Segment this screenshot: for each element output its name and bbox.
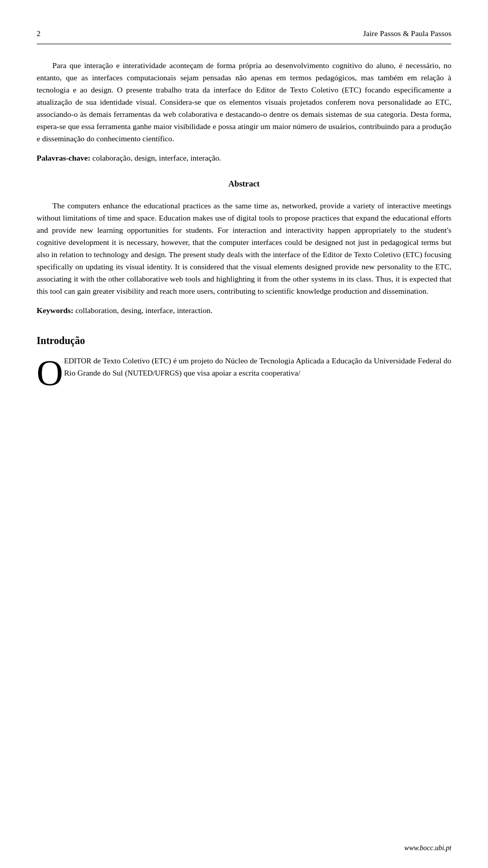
footer-url[interactable]: www.bocc.ubi.pt (404, 843, 451, 854)
portuguese-intro-paragraph: Para que interação e interatividade acon… (37, 59, 451, 145)
keywords-value-pt: colaboração, design, interface, interaçã… (90, 153, 221, 162)
main-content: Para que interação e interatividade acon… (37, 59, 451, 387)
drop-cap-letter: O (37, 359, 63, 387)
etc-abbr-intro: ETC (155, 357, 169, 365)
intro-drop-cap-paragraph: OEDITOR de Texto Coletivo (ETC) é um pro… (37, 355, 451, 387)
abstract-paragraph: The computers enhance the educational pr… (37, 200, 451, 297)
footer-url-text: www.bocc.ubi.pt (404, 844, 451, 852)
page: 2 Jaire Passos & Paula Passos Para que i… (0, 0, 488, 868)
etc-abbr-2: ETC (435, 98, 449, 106)
etc-abbr-1: ETC (345, 86, 359, 94)
keywords-label-en: Keywords: (37, 306, 73, 315)
etc-abbr-en-2: ETC (435, 263, 449, 271)
etc-abbr-en-1: ETC (406, 251, 420, 259)
editor-smallcaps: EDITOR (64, 357, 92, 365)
keywords-value-en: collaboration, desing, interface, intera… (73, 306, 212, 315)
header-authors: Jaire Passos & Paula Passos (363, 27, 451, 40)
intro-text: EDITOR de Texto Coletivo (ETC) é um proj… (37, 355, 451, 379)
portuguese-keywords: Palavras-chave: colaboração, design, int… (37, 152, 451, 164)
page-header: 2 Jaire Passos & Paula Passos (37, 27, 451, 44)
page-number: 2 (37, 27, 41, 40)
keywords-label-pt: Palavras-chave: (37, 153, 90, 162)
section-title-introducao: Introdução (37, 333, 451, 349)
nuted-ufrgs-abbr: NUTED/UFRGS (128, 369, 179, 377)
abstract-title: Abstract (37, 177, 451, 191)
english-keywords: Keywords: collaboration, desing, interfa… (37, 304, 451, 317)
